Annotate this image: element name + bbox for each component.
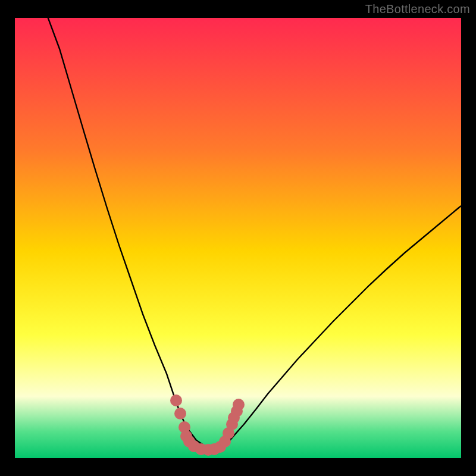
highlight-dot bbox=[174, 408, 186, 419]
bottleneck-plot bbox=[0, 0, 476, 476]
chart-stage: TheBottleneck.com bbox=[0, 0, 476, 476]
highlight-dot bbox=[170, 394, 182, 406]
plot-background bbox=[15, 18, 461, 458]
watermark-text: TheBottleneck.com bbox=[365, 2, 470, 16]
highlight-dot bbox=[233, 399, 245, 411]
